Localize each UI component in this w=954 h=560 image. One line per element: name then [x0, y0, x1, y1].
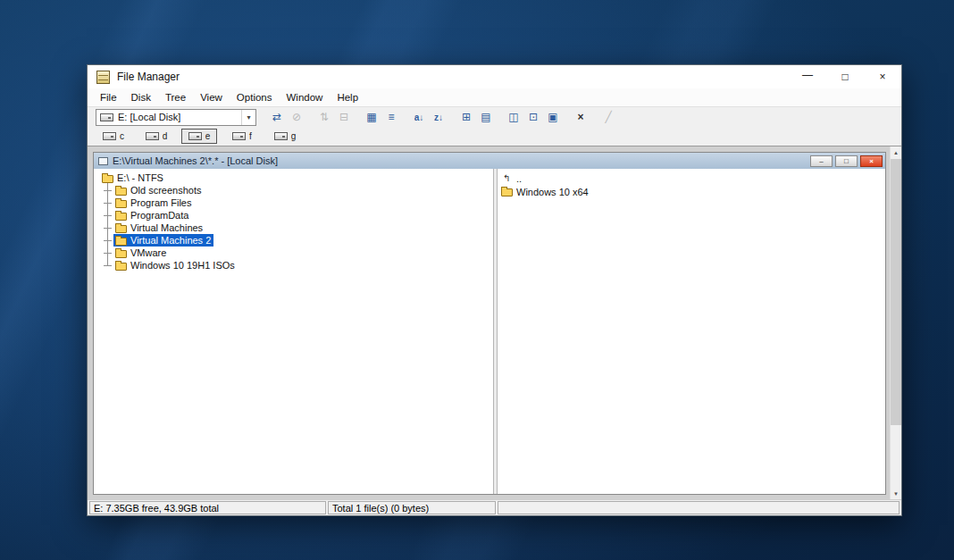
child-maximize-button[interactable]: □	[835, 155, 858, 167]
menu-help[interactable]: Help	[330, 92, 365, 103]
folder-icon	[115, 225, 127, 233]
status-spacer	[498, 501, 900, 514]
menu-file[interactable]: File	[93, 92, 124, 103]
drive-combobox[interactable]: E: [Local Disk] ▾	[96, 109, 256, 126]
drive-icon	[100, 113, 113, 121]
scroll-up-icon: ▲	[893, 150, 899, 155]
child-close-button[interactable]: ×	[860, 155, 883, 167]
drive-letter: f	[249, 131, 252, 141]
tree-item[interactable]: Program Files	[94, 196, 493, 209]
directory-window: E:\Virtual Machines 2\*.* - [Local Disk]…	[93, 152, 886, 495]
folder-icon	[102, 175, 113, 183]
titlebar[interactable]: File Manager — □ ×	[88, 65, 901, 88]
menu-tree[interactable]: Tree	[158, 92, 193, 103]
vertical-scrollbar[interactable]: ▲ ▼	[890, 146, 901, 499]
menubar: File Disk Tree View Options Window Help	[88, 88, 901, 106]
scrollbar-track[interactable]	[891, 426, 901, 488]
menu-disk[interactable]: Disk	[124, 92, 158, 103]
drive-letter: e	[205, 131, 211, 141]
tree-item[interactable]: VMware	[94, 247, 493, 259]
minimize-icon: —	[802, 69, 813, 81]
menu-window[interactable]: Window	[280, 92, 331, 103]
tree-item[interactable]: Old screenshots	[94, 184, 493, 196]
file-item-label: Windows 10 x64	[516, 187, 589, 197]
drive-letter: c	[120, 131, 124, 141]
new-window-button[interactable]: ◫	[504, 108, 523, 126]
folder-icon	[501, 188, 513, 196]
tree-item-label: Program Files	[130, 197, 191, 208]
sort-by-type-button[interactable]: z↓	[429, 108, 448, 126]
tree-item[interactable]: Windows 10 19H1 ISOs	[94, 259, 493, 272]
view-list-button[interactable]: ≡	[381, 108, 401, 126]
desktop: File Manager — □ × File Disk Tree View O…	[0, 0, 954, 560]
directory-window-title: E:\Virtual Machines 2\*.* - [Local Disk]	[113, 155, 808, 166]
child-maximize-icon: □	[844, 157, 849, 165]
scroll-down-button[interactable]: ▼	[891, 488, 901, 499]
sort-by-size-button[interactable]: ⊞	[456, 108, 476, 126]
tree-item-label: E:\ - NTFS	[117, 172, 163, 183]
tree-item-selected[interactable]: Virtual Machines 2	[94, 234, 493, 247]
tree-item[interactable]: Virtual Machines	[94, 221, 493, 234]
sort-by-size-icon: ⊞	[462, 111, 471, 123]
menu-options[interactable]: Options	[230, 92, 280, 103]
status-file-count: Total 1 file(s) (0 bytes)	[328, 501, 496, 514]
edit-button[interactable]: ╱	[598, 108, 618, 126]
drive-button-d[interactable]: d	[138, 129, 174, 144]
share-as-icon: ⇅	[320, 111, 329, 123]
folder-icon	[115, 200, 127, 208]
tree-item-label: Virtual Machines	[130, 222, 203, 233]
scrollbar-thumb[interactable]	[891, 159, 901, 425]
copy-button[interactable]: ⊡	[523, 108, 543, 126]
tree-item[interactable]: ProgramData	[94, 209, 493, 221]
new-window-icon: ◫	[508, 111, 518, 123]
file-item[interactable]: Windows 10 x64	[498, 185, 885, 198]
drive-icon	[232, 132, 246, 140]
caption-buttons: — □ ×	[789, 65, 901, 88]
drive-button-g[interactable]: g	[267, 129, 303, 144]
maximize-button[interactable]: □	[826, 65, 864, 88]
parent-directory-item[interactable]: ↰ ..	[498, 171, 885, 185]
open-folder-icon	[115, 238, 127, 246]
sort-by-type-icon: z↓	[434, 113, 443, 122]
child-close-icon: ×	[869, 157, 874, 165]
sort-by-date-button[interactable]: ▤	[476, 108, 496, 126]
paste-button[interactable]: ▣	[543, 108, 563, 126]
drive-icon	[188, 132, 202, 140]
directory-window-titlebar[interactable]: E:\Virtual Machines 2\*.* - [Local Disk]…	[94, 153, 885, 169]
stop-sharing-button[interactable]: ⊟	[334, 108, 354, 126]
tree-item-label: VMware	[130, 247, 166, 258]
folder-icon	[115, 213, 127, 221]
connect-net-drive-button[interactable]: ⇄	[267, 108, 287, 126]
mdi-client-area: E:\Virtual Machines 2\*.* - [Local Disk]…	[88, 146, 901, 499]
tree-item-root[interactable]: E:\ - NTFS	[94, 171, 493, 184]
scroll-up-button[interactable]: ▲	[891, 146, 901, 158]
disconnect-net-drive-button[interactable]: ⊘	[287, 108, 306, 126]
delete-button[interactable]: ×	[571, 108, 590, 126]
copy-icon: ⊡	[529, 111, 538, 123]
scroll-down-icon: ▼	[893, 491, 899, 497]
child-minimize-button[interactable]: –	[810, 155, 833, 167]
folder-icon	[115, 250, 127, 258]
close-button[interactable]: ×	[864, 65, 901, 88]
drive-button-e[interactable]: e	[181, 129, 217, 144]
paste-icon: ▣	[548, 111, 557, 123]
child-minimize-icon: –	[819, 157, 823, 165]
directory-window-icon	[98, 157, 108, 165]
share-as-button[interactable]: ⇅	[314, 108, 334, 126]
tree-item-label: Windows 10 19H1 ISOs	[130, 260, 235, 271]
menu-view[interactable]: View	[193, 92, 230, 103]
sort-by-date-icon: ▤	[481, 111, 490, 123]
drive-icon	[103, 132, 116, 140]
combobox-dropdown-icon[interactable]: ▾	[241, 110, 255, 125]
drive-button-f[interactable]: f	[224, 129, 260, 144]
drive-combobox-value: E: [Local Disk]	[118, 112, 241, 122]
connect-net-drive-icon: ⇄	[272, 111, 281, 123]
view-details-button[interactable]: ▦	[362, 108, 381, 126]
sort-by-name-button[interactable]: a↓	[409, 108, 429, 126]
directory-window-body: E:\ - NTFS Old screenshots Program Files	[94, 169, 885, 494]
drive-letter: d	[163, 131, 168, 141]
tree-connector-line	[107, 183, 108, 266]
folder-icon	[115, 263, 127, 271]
minimize-button[interactable]: —	[789, 65, 826, 88]
drive-button-c[interactable]: c	[96, 129, 131, 144]
